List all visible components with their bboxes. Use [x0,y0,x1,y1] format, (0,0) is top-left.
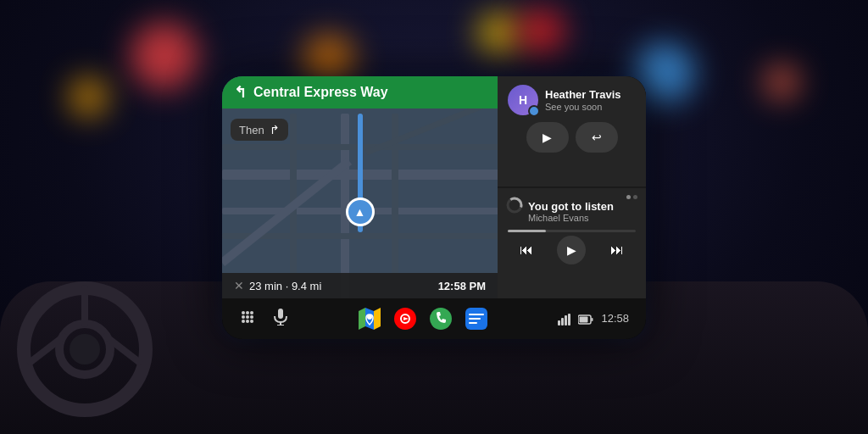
svg-point-18 [246,311,249,314]
eta-info: 23 min · 9.4 mi [249,280,433,292]
svg-point-23 [242,320,245,323]
steering-wheel [17,281,153,417]
screen: ▲ ↰ Central Express Way Then ↱ ✕ [222,76,646,339]
svg-rect-48 [591,318,593,321]
mic-icon[interactable] [273,309,288,330]
previous-track-button[interactable]: ⏮ [520,242,533,258]
android-auto-screen: ▲ ↰ Central Express Way Then ↱ ✕ [222,76,646,339]
song-artist: Michael Evans [508,213,636,223]
song-title: You got to listen [508,200,636,213]
svg-rect-26 [278,309,283,319]
music-dots [626,195,637,199]
music-progress-bar[interactable] [508,230,636,232]
music-progress-fill [508,230,546,232]
taskbar-left [239,309,288,330]
navigation-bar: ↰ Central Express Way [222,76,498,108]
maps-app-icon[interactable] [358,307,381,331]
svg-point-19 [250,311,253,314]
clock-display: 12:58 [601,312,629,325]
bokeh-light [477,13,520,55]
caller-status: See you soon [545,102,621,112]
caller-name: Heather Travis [545,88,621,102]
grid-icon[interactable] [239,309,256,330]
dot-2 [633,195,637,199]
messages-app-icon[interactable] [465,307,488,331]
bokeh-light [131,22,198,90]
svg-point-25 [250,320,253,323]
next-track-button[interactable]: ⏭ [610,242,624,258]
call-card: H Heather Travis See you soon ▶ [498,76,646,186]
play-icon: ▶ [542,131,552,144]
call-play-button[interactable]: ▶ [526,122,569,153]
screen-content: ▲ ↰ Central Express Way Then ↱ ✕ [222,76,646,298]
svg-rect-43 [561,318,564,326]
svg-rect-47 [579,316,587,322]
svg-rect-44 [565,315,567,326]
svg-marker-32 [374,308,381,330]
turn-arrow-icon: ↰ [234,83,247,102]
bokeh-light [518,8,565,55]
then-instruction: Then ↱ [231,119,288,141]
bokeh-light [765,65,798,99]
svg-marker-30 [359,308,365,330]
svg-point-17 [242,311,245,314]
dot-1 [626,195,631,199]
then-label: Then [239,124,264,136]
right-panels: H Heather Travis See you soon ▶ [498,76,646,298]
reply-icon: ↩ [592,131,602,144]
svg-point-24 [246,320,249,323]
arrival-time: 12:58 PM [438,280,486,292]
svg-rect-45 [568,314,570,326]
svg-rect-42 [558,320,560,326]
music-play-button[interactable]: ▶ [557,236,586,264]
svg-rect-40 [469,318,481,320]
signal-icon [558,312,575,325]
caller-info: H Heather Travis See you soon [508,85,636,115]
music-controls: ⏮ ▶ ⏭ [508,236,636,264]
close-route-icon[interactable]: ✕ [234,279,244,292]
street-name: Central Express Way [253,85,486,100]
caller-avatar: H [508,85,538,115]
svg-point-37 [430,308,452,330]
svg-point-21 [246,315,249,319]
call-reply-button[interactable]: ↩ [576,122,618,153]
eta-bar: ✕ 23 min · 9.4 mi 12:58 PM [222,273,498,298]
music-card: You got to listen Michael Evans ⏮ ▶ ⏭ [498,188,646,298]
svg-point-5 [70,334,100,364]
svg-rect-39 [469,314,484,315]
map-section[interactable]: ▲ ↰ Central Express Way Then ↱ ✕ [222,76,498,298]
svg-point-22 [250,315,253,319]
taskbar-center [358,307,488,331]
taskbar-right: 12:58 [558,312,629,326]
battery-icon [578,312,597,325]
music-play-icon: ▶ [567,243,576,257]
taskbar: 12:58 [222,298,646,339]
call-status-badge [528,105,540,117]
then-arrow-icon: ↱ [270,123,280,136]
svg-point-20 [242,315,245,319]
location-pin: ▲ [346,198,375,226]
caller-text: Heather Travis See you soon [545,88,621,112]
phone-app-icon[interactable] [429,307,453,331]
svg-rect-41 [469,322,477,324]
music-progress-ring [506,197,523,214]
bokeh-light [70,78,108,116]
youtube-music-app-icon[interactable] [393,307,417,331]
call-buttons: ▶ ↩ [508,122,636,153]
